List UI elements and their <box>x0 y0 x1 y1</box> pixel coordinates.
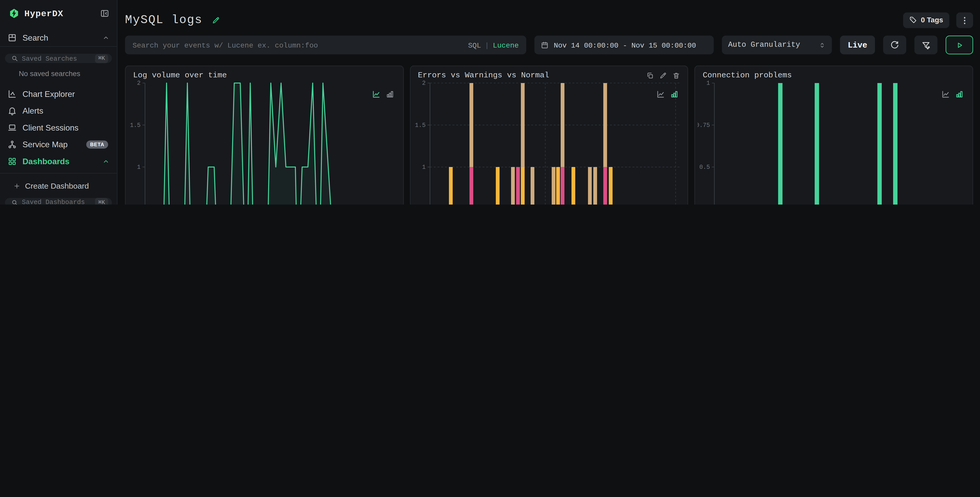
sidebar-header: HyperDX <box>0 0 117 24</box>
controls-row: Search your events w/ Lucene ex. column:… <box>125 35 973 54</box>
separator: | <box>481 41 493 49</box>
bell-icon <box>8 106 17 116</box>
svg-text:1: 1 <box>137 164 141 171</box>
laptop-icon <box>8 123 17 132</box>
svg-text:1.5: 1.5 <box>130 122 141 129</box>
sidebar-collapse-icon[interactable] <box>100 9 109 18</box>
sidebar-item-service-map[interactable]: Service Map BETA <box>0 136 117 153</box>
sidebar-item-label: Dashboards <box>22 157 70 166</box>
sql-option[interactable]: SQL <box>468 41 481 49</box>
divider <box>0 46 117 46</box>
plus-icon <box>14 183 20 189</box>
sidebar-item-label: Client Sessions <box>22 123 79 132</box>
saved-searches-input[interactable]: Saved Searches ⌘K <box>5 54 112 63</box>
create-dashboard-button[interactable]: Create Dashboard <box>14 182 109 191</box>
tags-button[interactable]: 0 Tags <box>904 12 950 28</box>
event-search-input[interactable]: Search your events w/ Lucene ex. column:… <box>125 35 526 54</box>
svg-text:1: 1 <box>707 80 710 87</box>
brand-name: HyperDX <box>24 8 95 19</box>
panel-connection-problems: Connection problems 00.250.50.751Nov 14 … <box>695 65 973 205</box>
title-bar: MySQL logs 0 Tags ⋮ <box>125 11 973 29</box>
live-button[interactable]: Live <box>840 35 875 54</box>
svg-text:2: 2 <box>137 80 141 87</box>
connection-problems-chart: 00.250.50.751Nov 14 12:00:00 AM11:00:00 … <box>698 80 970 205</box>
calendar-icon <box>541 41 549 49</box>
saved-dashboards-placeholder: Saved Dashboards <box>22 198 91 205</box>
sidebar-item-client-sessions[interactable]: Client Sessions <box>0 119 117 137</box>
sidebar-item-label: Chart Explorer <box>22 89 75 99</box>
tag-icon <box>910 16 917 24</box>
no-saved-searches-text: No saved searches <box>19 70 117 78</box>
chart-explorer-icon <box>8 89 17 99</box>
run-query-button[interactable] <box>945 35 973 54</box>
sidebar-item-alerts[interactable]: Alerts <box>0 103 117 119</box>
language-toggle[interactable]: SQL|Lucene <box>468 41 519 49</box>
sidebar-item-label: Alerts <box>22 106 43 116</box>
page-title: MySQL logs <box>125 13 202 27</box>
hyperdx-logo-icon <box>9 8 19 19</box>
panel-title: Log volume over time <box>133 71 227 80</box>
chart-canvas: 00.511.52Nov 14 12:00:00 AM11:00:00 AM11… <box>128 80 401 205</box>
search-icon <box>11 55 18 62</box>
chart-canvas: 00.511.52Nov 14 12:00:00 AM11:00:00 AM11… <box>413 80 686 205</box>
granularity-value: Auto Granularity <box>728 41 800 49</box>
beta-badge: BETA <box>86 141 108 149</box>
bar-chart-toggle-icon[interactable] <box>955 90 964 99</box>
filter-button[interactable] <box>915 35 937 54</box>
service-map-icon <box>8 140 17 149</box>
svg-text:2: 2 <box>422 80 425 87</box>
search-icon <box>11 199 18 205</box>
errors-warnings-chart: 00.511.52Nov 14 12:00:00 AM11:00:00 AM11… <box>413 80 685 205</box>
panel-errors-warnings: Errors vs Warnings vs Normal 00.511.52No… <box>410 65 688 205</box>
log-volume-chart: 00.511.52Nov 14 12:00:00 AM11:00:00 AM11… <box>128 80 400 205</box>
saved-searches-placeholder: Saved Searches <box>22 55 91 62</box>
line-chart-toggle-icon[interactable] <box>656 90 665 99</box>
search-placeholder: Search your events w/ Lucene ex. column:… <box>132 41 462 49</box>
delete-icon[interactable] <box>673 72 680 79</box>
panel-title: Connection problems <box>703 71 792 80</box>
refresh-icon <box>890 40 899 49</box>
divider <box>0 173 117 174</box>
tags-label: 0 Tags <box>921 16 943 24</box>
panel-menu-button[interactable]: ⋮ <box>956 12 973 28</box>
sidebar-item-dashboards[interactable]: Dashboards <box>0 153 117 170</box>
search-section-icon <box>8 33 17 42</box>
svg-text:0.5: 0.5 <box>700 164 710 171</box>
shortcut-badge: ⌘K <box>95 198 108 205</box>
lucene-option[interactable]: Lucene <box>493 41 519 49</box>
select-chevrons-icon <box>819 41 826 49</box>
dashboards-icon <box>8 157 17 166</box>
bar-chart-toggle-icon[interactable] <box>670 90 679 99</box>
duplicate-icon[interactable] <box>647 72 654 79</box>
svg-text:0.75: 0.75 <box>698 122 710 129</box>
sidebar: HyperDX Search Saved Searches ⌘K No save… <box>0 0 118 205</box>
chevron-up-icon <box>103 158 110 165</box>
play-icon <box>955 41 964 49</box>
date-range-picker[interactable]: Nov 14 00:00:00 - Nov 15 00:00:00 <box>535 35 714 54</box>
edit-icon[interactable] <box>660 72 667 79</box>
create-dashboard-label: Create Dashboard <box>25 182 89 191</box>
sidebar-item-chart-explorer[interactable]: Chart Explorer <box>0 86 117 103</box>
svg-text:1: 1 <box>422 164 425 171</box>
chart-canvas: 00.250.50.751Nov 14 12:00:00 AM11:00:00 … <box>698 80 970 205</box>
bar-chart-toggle-icon[interactable] <box>385 90 394 99</box>
sidebar-item-label: Search <box>22 33 48 42</box>
shortcut-badge: ⌘K <box>95 54 108 63</box>
sidebar-item-label: Service Map <box>22 140 68 149</box>
line-chart-toggle-icon[interactable] <box>941 90 950 99</box>
svg-text:1.5: 1.5 <box>415 122 425 129</box>
chevron-up-icon <box>103 34 110 41</box>
saved-dashboards-input[interactable]: Saved Dashboards ⌘K <box>5 198 112 205</box>
granularity-select[interactable]: Auto Granularity <box>722 35 832 54</box>
app-window: HyperDX Search Saved Searches ⌘K No save… <box>0 0 980 205</box>
panel-log-volume: Log volume over time 00.511.52Nov 14 12:… <box>125 65 403 205</box>
refresh-button[interactable] <box>883 35 906 54</box>
filter-icon <box>921 40 931 49</box>
panel-title: Errors vs Warnings vs Normal <box>418 71 549 80</box>
line-chart-toggle-icon[interactable] <box>372 90 380 99</box>
charts-row: Log volume over time 00.511.52Nov 14 12:… <box>125 65 973 205</box>
edit-title-icon[interactable] <box>212 16 220 24</box>
sidebar-item-search[interactable]: Search <box>0 32 117 43</box>
date-range-value: Nov 14 00:00:00 - Nov 15 00:00:00 <box>554 41 696 49</box>
